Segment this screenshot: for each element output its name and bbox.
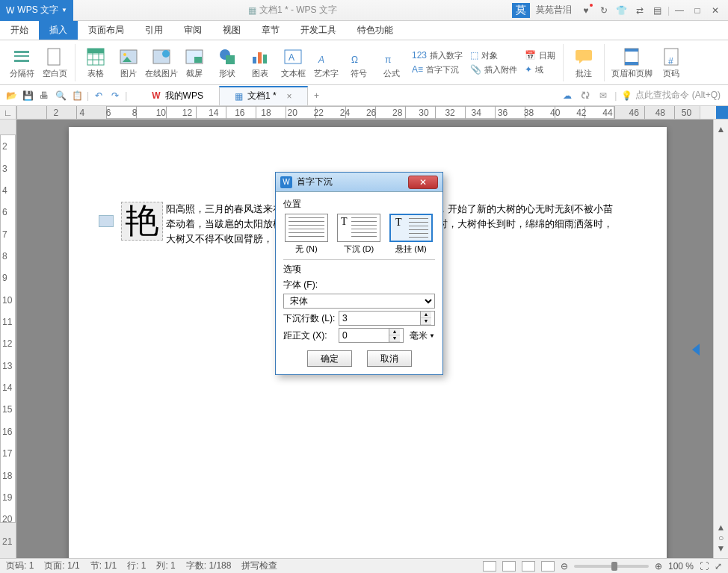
status-section[interactable]: 节: 1/1 [90, 560, 117, 572]
ok-button[interactable]: 确定 [307, 350, 352, 367]
view-print-layout[interactable] [483, 561, 496, 572]
lines-spinner[interactable]: 3 ▲▼ [339, 311, 435, 326]
close-button[interactable]: ✕ [707, 2, 724, 19]
ribbon-break[interactable]: 分隔符 [6, 45, 37, 81]
user-avatar[interactable]: 莫 [512, 3, 530, 18]
app-menu-button[interactable]: W WPS 文字 ▼ [0, 0, 73, 21]
side-collapse-handle[interactable] [692, 344, 700, 356]
refresh-icon[interactable]: ↻ [596, 2, 612, 19]
maximize-button[interactable]: □ [689, 2, 706, 19]
prev-page-icon[interactable]: ▲ [716, 522, 727, 533]
skin-icon[interactable]: 👕 [614, 2, 630, 19]
ribbon-table[interactable]: 表格 [80, 45, 111, 81]
ribbon-insertnumber[interactable]: 123插入数字 [409, 49, 466, 62]
fullscreen-button[interactable]: ⤢ [715, 561, 722, 572]
open-icon[interactable]: 📂 [4, 89, 18, 102]
status-col[interactable]: 列: 1 [156, 560, 175, 572]
zoom-in-button[interactable]: ⊕ [655, 561, 662, 572]
doctab-mywps[interactable]: W 我的WPS [136, 86, 219, 105]
heart-icon[interactable]: ♥ [578, 2, 594, 19]
cancel-button[interactable]: 取消 [367, 350, 412, 367]
doctab-document1[interactable]: ▦ 文档1 * × [219, 86, 308, 105]
font-select[interactable]: 宋体 [283, 294, 435, 309]
view-outline[interactable] [502, 561, 516, 572]
undo-icon[interactable]: ↶ [92, 89, 105, 102]
menu-tab-chapter[interactable]: 章节 [251, 21, 290, 40]
option-inmargin[interactable]: T 悬挂 (M) [388, 214, 434, 255]
ribbon-pagenumber[interactable]: #页码 [655, 45, 687, 81]
menu-tab-reference[interactable]: 引用 [135, 21, 173, 40]
spin-down-icon[interactable]: ▼ [421, 318, 431, 325]
minimize-button[interactable]: — [671, 2, 688, 19]
user-name[interactable]: 莫苑昔泪 [536, 4, 572, 16]
zoom-out-button[interactable]: ⊖ [561, 561, 568, 572]
status-line[interactable]: 行: 1 [127, 560, 146, 572]
horizontal-ruler[interactable]: 2468101214161820222426283032343638404244… [16, 106, 700, 119]
menu-tab-view[interactable]: 视图 [212, 21, 251, 40]
view-web[interactable] [522, 561, 535, 572]
feedback-icon[interactable]: ✉ [596, 89, 610, 102]
ribbon-dropcap[interactable]: A≡首字下沉 [409, 63, 466, 76]
status-chars[interactable]: 字数: 1/188 [186, 560, 232, 572]
doc-icon[interactable]: ▤ [650, 2, 666, 19]
status-page[interactable]: 页码: 1 [6, 560, 34, 572]
dialog-titlebar[interactable]: W 首字下沉 ✕ [276, 173, 442, 192]
ribbon-blankpage[interactable]: 空白页 [39, 45, 70, 81]
menu-tab-insert[interactable]: 插入 [39, 21, 78, 40]
ribbon-equation[interactable]: π公式 [376, 45, 407, 81]
zoom-slider[interactable] [574, 565, 649, 568]
spin-down-icon[interactable]: ▼ [389, 335, 400, 342]
ribbon-chart[interactable]: 图表 [244, 45, 276, 81]
date-icon: 📅 [525, 50, 536, 61]
status-pages[interactable]: 页面: 1/1 [44, 560, 79, 572]
zoom-value[interactable]: 100 % [668, 561, 694, 572]
dropcap-char[interactable]: 艳 [121, 202, 163, 241]
tab-close-icon[interactable]: × [287, 91, 292, 102]
ribbon-image[interactable]: 图片 [113, 45, 144, 81]
ribbon-symbol[interactable]: Ω符号 [343, 45, 374, 81]
menu-tab-start[interactable]: 开始 [0, 21, 39, 40]
ribbon-attachment[interactable]: 📎插入附件 [467, 63, 520, 76]
ribbon-field[interactable]: ✦域 [522, 63, 558, 76]
ribbon-object[interactable]: ⬚对象 [467, 49, 520, 62]
ribbon-screenshot[interactable]: 截屏 [179, 45, 210, 81]
menu-tab-review[interactable]: 审阅 [173, 21, 212, 40]
ribbon-wordart[interactable]: A艺术字 [310, 45, 342, 81]
menu-tab-devtools[interactable]: 开发工具 [290, 21, 347, 40]
browse-object-icon[interactable]: ○ [716, 533, 727, 543]
cloud-icon[interactable]: ☁ [561, 89, 574, 102]
fit-button[interactable]: ⛶ [700, 561, 709, 572]
dialog-close-button[interactable]: ✕ [408, 176, 438, 189]
ribbon-comment[interactable]: 批注 [568, 45, 599, 81]
ribbon-headerfooter[interactable]: 页眉和页脚 [609, 45, 654, 81]
spin-up-icon[interactable]: ▲ [421, 312, 431, 318]
notify-icon[interactable]: 🗘 [579, 89, 592, 102]
vertical-ruler[interactable]: 2346789101112131415161718192021 [0, 120, 16, 558]
option-dropped[interactable]: T 下沉 (D) [336, 214, 382, 255]
menu-tab-special[interactable]: 特色功能 [347, 21, 404, 40]
ribbon-onlineimage[interactable]: 在线图片 [146, 45, 177, 81]
redo-icon[interactable]: ↷ [108, 89, 122, 102]
scroll-up-icon[interactable]: ▲ [716, 124, 727, 134]
distance-spinner[interactable]: 0 ▲▼ [339, 328, 404, 343]
next-page-icon[interactable]: ▼ [716, 543, 727, 554]
print-icon[interactable]: 🖶 [37, 89, 51, 102]
view-read[interactable] [541, 561, 555, 572]
add-tab-button[interactable]: + [308, 90, 326, 101]
save-icon[interactable]: 💾 [21, 89, 34, 102]
side-panel-toggle[interactable] [716, 106, 728, 119]
ribbon-shape[interactable]: 形状 [212, 45, 243, 81]
preview-icon[interactable]: 🔍 [54, 89, 67, 102]
ruler-corner[interactable]: ∟ [0, 106, 16, 119]
status-spell[interactable]: 拼写检查 [241, 560, 277, 572]
pipeline-icon[interactable]: ⇄ [632, 2, 648, 19]
ribbon-date[interactable]: 📅日期 [522, 49, 558, 62]
unit-dropdown[interactable]: 毫米▼ [410, 329, 435, 342]
ribbon-textbox[interactable]: A文本框 [277, 45, 309, 81]
spin-up-icon[interactable]: ▲ [389, 329, 400, 335]
paste-options-icon[interactable] [99, 215, 114, 227]
option-none[interactable]: 无 (N) [283, 214, 330, 255]
menu-tab-pagelayout[interactable]: 页面布局 [78, 21, 135, 40]
paste-icon[interactable]: 📋 [70, 89, 84, 102]
command-search[interactable]: 💡 点此查找命令 (Alt+Q) [621, 89, 721, 102]
